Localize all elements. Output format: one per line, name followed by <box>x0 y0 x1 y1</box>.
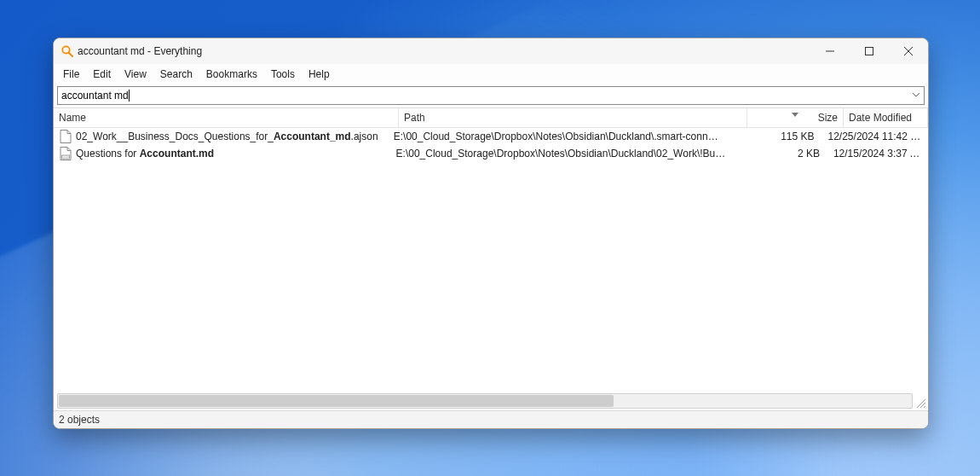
titlebar[interactable]: accountant md - Everything <box>54 38 928 64</box>
app-icon <box>61 44 74 58</box>
table-row[interactable]: 02_Work__Business_Docs_Questions_for_Acc… <box>54 128 928 145</box>
window-title: accountant md - Everything <box>78 45 810 57</box>
file-path: E:\00_Cloud_Storage\Dropbox\Notes\Obsidi… <box>389 131 727 142</box>
maximize-button[interactable] <box>850 38 889 64</box>
menu-tools[interactable]: Tools <box>264 67 302 82</box>
svg-line-9 <box>924 406 925 408</box>
file-date: 12/25/2024 11:42 PM <box>823 131 928 142</box>
file-name: 02_Work__Business_Docs_Questions_for_Acc… <box>76 131 378 142</box>
column-header-name[interactable]: Name <box>54 108 399 127</box>
file-date: 12/15/2024 3:37 AM <box>828 148 928 160</box>
menubar: File Edit View Search Bookmarks Tools He… <box>54 64 928 84</box>
chevron-down-icon[interactable] <box>912 90 920 102</box>
menu-edit[interactable]: Edit <box>86 67 118 82</box>
table-row[interactable]: Questions for Accountant.md E:\00_Cloud_… <box>54 145 928 162</box>
everything-window: accountant md - Everything File Edit Vie… <box>53 38 929 429</box>
file-path: E:\00_Cloud_Storage\Dropbox\Notes\Obsidi… <box>391 148 731 160</box>
scrollbar-thumb[interactable] <box>59 395 614 407</box>
close-button[interactable] <box>889 38 928 64</box>
text-caret <box>129 90 130 102</box>
desktop-wallpaper: accountant md - Everything File Edit Vie… <box>0 0 980 476</box>
svg-line-1 <box>69 53 73 57</box>
column-headers: Name Path Size Date Modified <box>54 107 928 128</box>
menu-help[interactable]: Help <box>302 67 337 82</box>
status-bar: 2 objects <box>54 410 928 428</box>
search-input-value: accountant md <box>61 90 129 102</box>
resize-grip-icon[interactable] <box>914 397 926 409</box>
search-bar: accountant md <box>54 84 928 107</box>
column-header-path[interactable]: Path <box>399 108 747 127</box>
sort-desc-icon <box>792 107 798 119</box>
file-size: 115 KB <box>726 131 822 142</box>
svg-rect-3 <box>866 48 873 55</box>
results-panel: 02_Work__Business_Docs_Questions_for_Acc… <box>54 128 928 410</box>
menu-bookmarks[interactable]: Bookmarks <box>199 67 264 82</box>
file-icon <box>59 147 72 160</box>
column-header-date[interactable]: Date Modified <box>844 108 928 127</box>
search-input[interactable]: accountant md <box>57 86 925 105</box>
file-size: 2 KB <box>731 148 828 160</box>
file-icon <box>59 130 72 143</box>
menu-file[interactable]: File <box>56 67 86 82</box>
svg-rect-6 <box>62 155 70 159</box>
minimize-button[interactable] <box>810 38 850 64</box>
status-text: 2 objects <box>59 414 100 426</box>
file-name: Questions for Accountant.md <box>76 148 214 160</box>
horizontal-scrollbar[interactable] <box>57 393 913 409</box>
menu-search[interactable]: Search <box>153 67 199 82</box>
menu-view[interactable]: View <box>118 67 153 82</box>
column-header-size[interactable]: Size <box>747 108 844 127</box>
